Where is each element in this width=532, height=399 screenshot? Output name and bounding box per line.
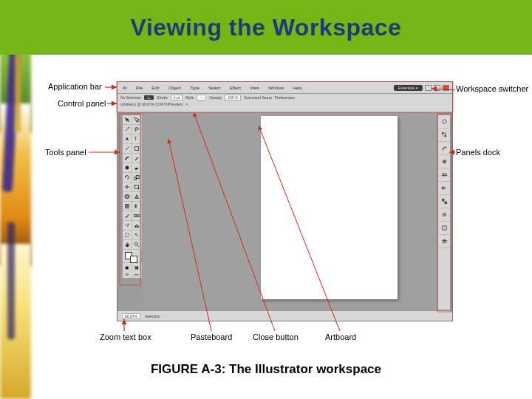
svg-point-10 [134,185,136,186]
svg-line-3 [126,147,129,151]
svg-point-1 [135,128,139,130]
brush-tool-icon[interactable] [123,154,132,163]
svg-rect-26 [138,226,139,228]
magic-wand-tool-icon[interactable] [123,125,132,134]
artboard[interactable] [261,116,398,299]
svg-rect-33 [441,135,443,137]
menu-effect[interactable]: Effect [228,85,243,91]
label-workspace-switcher: Workspace switcher [456,84,528,93]
menu-view[interactable]: View [248,85,262,91]
free-transform-tool-icon[interactable] [132,183,142,192]
lasso-tool-icon[interactable] [132,125,142,134]
stroke-panel-icon[interactable] [438,168,450,182]
transparency-panel-icon[interactable] [438,195,450,208]
status-tool-label: Selection [145,314,160,318]
status-bar: 66.67% Selection [117,310,452,321]
hand-tool-icon[interactable] [123,240,132,250]
svg-rect-37 [441,187,446,190]
menu-select[interactable]: Select [206,85,223,91]
svg-rect-27 [126,233,129,237]
svg-rect-17 [135,205,139,208]
menu-file[interactable]: File [134,85,146,91]
menu-window[interactable]: Window [266,85,286,91]
svg-text:T: T [134,136,137,141]
none-mode-icon[interactable]: ⧄ [123,270,132,278]
selection-tool-icon[interactable] [123,115,132,125]
window-max-icon[interactable] [434,85,440,91]
control-panel: No Selection ▭ Stroke 1 pt Style — Opaci… [117,94,452,113]
zoom-tool-icon[interactable] [132,240,142,250]
shape-builder-tool-icon[interactable] [123,192,132,202]
gradient-tool-icon[interactable] [132,202,142,211]
gradient-panel-icon[interactable] [438,182,450,195]
label-tools-panel: Tools panel [45,148,86,157]
cp-doc-setup-button[interactable]: Document Setup [244,95,271,100]
panels-dock [437,115,451,310]
svg-rect-38 [441,199,444,202]
cp-style-field[interactable]: — [197,95,206,100]
menu-help[interactable]: Help [290,85,304,91]
svg-point-18 [128,214,129,216]
svg-rect-41 [442,226,446,230]
svg-line-29 [137,245,139,247]
graph-tool-icon[interactable] [132,221,142,231]
screen-mode-icon[interactable]: ▭ [132,270,142,278]
label-pasteboard: Pasteboard [191,332,232,341]
color-panel-icon[interactable] [438,115,450,129]
graphic-styles-panel-icon[interactable] [438,222,450,235]
label-application-bar: Application bar [48,82,102,91]
svg-point-23 [128,224,129,225]
eyedropper-tool-icon[interactable] [123,211,132,221]
symbols-panel-icon[interactable] [438,155,450,168]
menu-object[interactable]: Object [166,85,183,91]
workspace-switcher[interactable]: Essentials ▾ [394,85,423,91]
swatches-panel-icon[interactable] [438,129,450,142]
svg-rect-6 [134,168,138,171]
line-tool-icon[interactable] [123,144,132,154]
label-control-panel: Control panel [58,99,106,108]
brushes-panel-icon[interactable] [438,142,450,155]
width-tool-icon[interactable] [123,183,132,192]
document-close-icon[interactable]: × [186,102,188,106]
cp-stroke-label: Stroke [157,95,167,100]
gradient-mode-icon[interactable]: ▦ [132,263,142,270]
eraser-tool-icon[interactable] [132,163,142,173]
fill-stroke-swatch[interactable] [123,250,142,263]
scale-tool-icon[interactable] [132,173,142,183]
blob-tool-icon[interactable] [123,163,132,173]
svg-rect-31 [441,132,443,134]
workspace-body [117,113,452,310]
window-close-icon[interactable] [443,85,449,91]
cp-preferences-button[interactable]: Preferences [275,95,295,100]
pencil-tool-icon[interactable] [132,154,142,163]
perspective-tool-icon[interactable] [132,192,142,202]
appearance-panel-icon[interactable] [438,208,450,222]
symbol-tool-icon[interactable] [123,221,132,231]
artboard-tool-icon[interactable] [123,231,132,240]
cp-opacity-field[interactable]: 100 % [225,95,241,100]
rect-tool-icon[interactable] [132,144,142,154]
pen-tool-icon[interactable] [123,134,132,144]
direct-select-tool-icon[interactable] [132,115,142,125]
zoom-text-box[interactable]: 66.67% [122,313,140,319]
pasteboard[interactable] [143,113,436,310]
color-mode-icon[interactable]: ▣ [123,263,132,270]
rotate-tool-icon[interactable] [123,173,132,183]
menu-edit[interactable]: Edit [149,85,161,91]
layers-panel-icon[interactable] [438,235,450,248]
slice-tool-icon[interactable] [132,231,142,240]
svg-point-5 [126,166,129,170]
window-min-icon[interactable] [425,85,432,91]
cp-style-label: Style [185,95,194,100]
cp-fill-icon[interactable]: ▭ [144,95,154,100]
cp-stroke-field[interactable]: 1 pt [171,95,183,100]
svg-rect-39 [444,202,447,205]
svg-rect-25 [137,224,137,228]
svg-rect-9 [135,185,139,189]
blend-tool-icon[interactable] [132,211,142,221]
type-tool-icon[interactable]: T [132,134,142,144]
mesh-tool-icon[interactable] [123,202,132,211]
menu-type[interactable]: Type [188,85,202,91]
label-zoom-text-box: Zoom text box [100,332,151,341]
document-tab[interactable]: Untitled-1 @ 66.67% (CMYK/Preview) [120,102,183,106]
